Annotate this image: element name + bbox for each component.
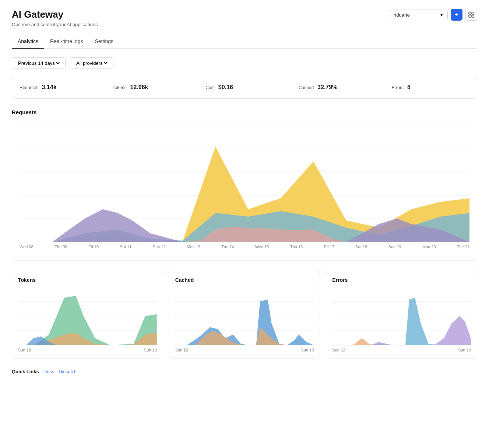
tokens-label: Tokens: [113, 85, 127, 91]
header-controls: nduarte ▾ +: [389, 9, 477, 21]
errors-x-label-0: Sun 12: [332, 348, 345, 352]
errors-chart-svg: [332, 287, 471, 346]
svg-rect-1: [472, 12, 474, 14]
tokens-x-labels: Sun 12 Sun 19: [18, 348, 157, 352]
errors-label: Errors: [391, 85, 404, 91]
cost-value: $0.16: [218, 84, 233, 90]
x-label-4: Sun 12: [153, 245, 166, 249]
errors-chart-title: Errors: [332, 277, 471, 283]
stat-cost: Cost $0.16: [198, 78, 291, 98]
errors-value: 8: [407, 84, 411, 90]
cost-label: Cost: [205, 85, 215, 91]
requests-chart-svg: [20, 125, 469, 242]
cached-x-label-0: Sun 12: [175, 348, 188, 352]
small-charts-row: Tokens Sun 12 Sun 19: [12, 271, 477, 358]
x-label-6: Tue 14: [221, 245, 234, 249]
time-filter-select[interactable]: Previous 14 days Previous 7 days Previou…: [17, 60, 61, 66]
tokens-chart-svg: [18, 287, 157, 346]
user-selector[interactable]: nduarte ▾: [389, 10, 448, 20]
provider-filter[interactable]: All providers OpenAI Anthropic Cohere: [70, 57, 113, 69]
requests-chart-container: Wed 08 Thu 09 Fri 10 Sat 11 Sun 12 Mon 1…: [12, 120, 477, 260]
cached-chart-title: Cached: [175, 277, 314, 283]
requests-chart-section: Requests: [12, 109, 477, 260]
tokens-chart-area: [18, 287, 157, 346]
tokens-x-label-0: Sun 12: [18, 348, 31, 352]
tab-bar: Analytics Real-time logs Settings: [12, 35, 477, 49]
app-subtitle: Observe and control your AI applications: [12, 22, 98, 27]
filter-bar: Previous 14 days Previous 7 days Previou…: [12, 57, 477, 69]
tokens-value: 12.96k: [130, 84, 148, 90]
tab-settings[interactable]: Settings: [89, 35, 120, 49]
x-label-7: Wed 15: [255, 245, 269, 249]
errors-x-label-1: Sun 19: [458, 348, 471, 352]
chevron-down-icon: ▾: [440, 12, 443, 18]
grid-icon-button[interactable]: [465, 9, 477, 21]
stat-tokens: Tokens 12.96k: [105, 78, 198, 98]
x-label-12: Mon 20: [422, 245, 436, 249]
stat-requests: Requests 3.14k: [12, 78, 105, 98]
svg-rect-3: [472, 15, 474, 17]
stat-cached: Cached 32.79%: [291, 78, 384, 98]
stat-errors: Errors 8: [384, 78, 477, 98]
tokens-chart-title: Tokens: [18, 277, 157, 283]
cached-x-label-1: Sun 19: [301, 348, 314, 352]
quick-links: Quick Links Docs Discord: [12, 369, 477, 374]
cached-chart-svg: [175, 287, 314, 346]
errors-chart-area: [332, 287, 471, 346]
x-label-8: Thu 16: [290, 245, 303, 249]
time-filter[interactable]: Previous 14 days Previous 7 days Previou…: [12, 57, 66, 69]
errors-x-labels: Sun 12 Sun 19: [332, 348, 471, 352]
requests-x-labels: Wed 08 Thu 09 Fri 10 Sat 11 Sun 12 Mon 1…: [12, 242, 477, 249]
cached-x-labels: Sun 12 Sun 19: [175, 348, 314, 352]
x-label-9: Fri 17: [324, 245, 334, 249]
docs-link[interactable]: Docs: [43, 369, 54, 374]
x-label-5: Mon 13: [187, 245, 200, 249]
x-label-0: Wed 08: [20, 245, 34, 249]
x-label-3: Sat 11: [120, 245, 132, 249]
quick-links-label: Quick Links: [12, 369, 39, 374]
tokens-chart-card: Tokens Sun 12 Sun 19: [12, 271, 163, 358]
svg-rect-0: [469, 12, 471, 14]
app-title: AI Gateway: [12, 9, 98, 20]
add-button[interactable]: +: [451, 9, 462, 21]
x-label-10: Sat 18: [355, 245, 367, 249]
x-label-1: Thu 09: [54, 245, 67, 249]
x-label-11: Sun 19: [388, 245, 401, 249]
requests-value: 3.14k: [42, 84, 57, 90]
requests-chart-title: Requests: [12, 109, 477, 115]
cached-label: Cached: [299, 85, 314, 91]
x-label-2: Fri 10: [88, 245, 99, 249]
cached-value: 32.79%: [317, 84, 337, 90]
tab-realtime-logs[interactable]: Real-time logs: [44, 35, 89, 49]
cached-chart-card: Cached Sun 12 Sun 19: [169, 271, 320, 358]
discord-link[interactable]: Discord: [59, 369, 75, 374]
svg-rect-2: [469, 15, 471, 17]
x-label-13: Tue 21: [457, 245, 469, 249]
cached-chart-area: [175, 287, 314, 346]
errors-chart-card: Errors Sun 12 Sun 19: [326, 271, 477, 358]
tokens-x-label-1: Sun 19: [144, 348, 157, 352]
requests-label: Requests: [20, 85, 38, 91]
provider-filter-select[interactable]: All providers OpenAI Anthropic Cohere: [75, 60, 109, 66]
tab-analytics[interactable]: Analytics: [12, 35, 44, 49]
stats-row: Requests 3.14k Tokens 12.96k Cost $0.16 …: [12, 78, 477, 99]
grid-icon: [468, 12, 474, 18]
user-name: nduarte: [394, 12, 410, 18]
